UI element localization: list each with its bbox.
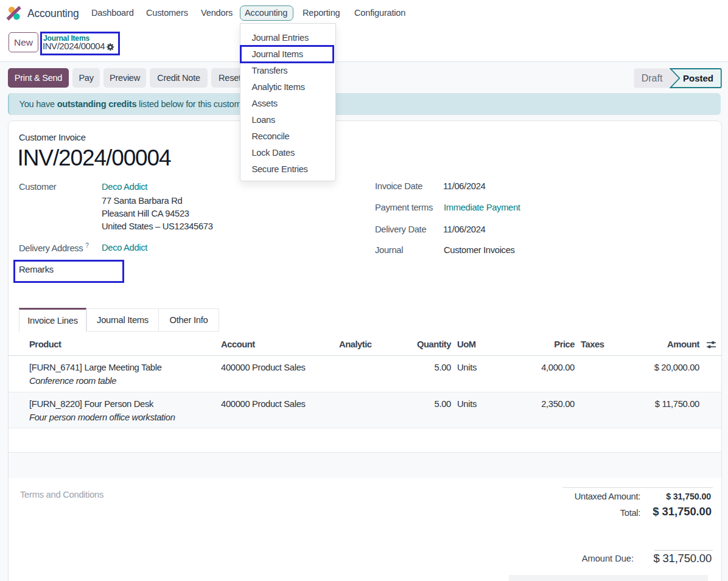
svg-text:Draft: Draft xyxy=(642,73,663,83)
svg-text:Posted: Posted xyxy=(683,73,713,83)
